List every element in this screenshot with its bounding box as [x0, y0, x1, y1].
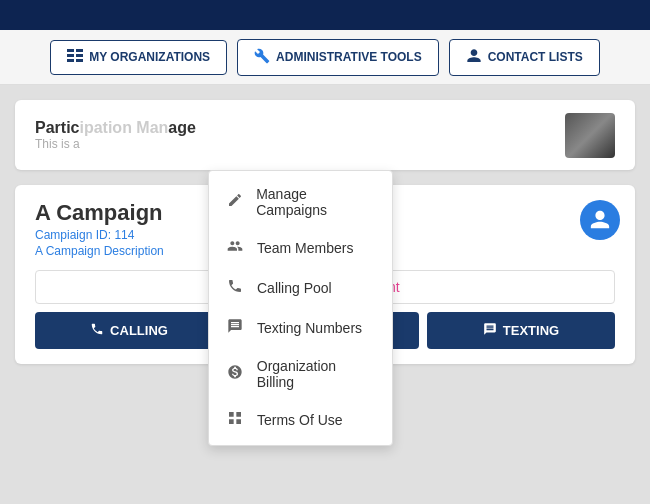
chat-menu-icon	[225, 318, 245, 338]
campaign-id-value: 114	[114, 228, 134, 242]
svg-rect-1	[67, 54, 74, 57]
top-card-title: Participation Manage	[35, 119, 196, 137]
administrative-tools-label: ADMINISTRATIVE TOOLS	[276, 50, 422, 64]
calling-pool-item[interactable]: Calling Pool	[209, 268, 392, 308]
campaign-id-label: Campiaign ID:	[35, 228, 111, 242]
contact-lists-button[interactable]: CONTACT LISTS	[449, 39, 600, 76]
phone-icon	[90, 322, 104, 339]
my-organizations-button[interactable]: MY ORGANIZATIONS	[50, 40, 227, 75]
wrench-icon	[254, 48, 270, 67]
calling-label: CALLING	[110, 323, 168, 338]
nav-bar: MY ORGANIZATIONS ADMINISTRATIVE TOOLS CO…	[0, 30, 650, 85]
top-bar	[0, 0, 650, 30]
svg-rect-4	[76, 54, 83, 57]
contact-icon	[466, 48, 482, 67]
top-campaign-card: Participation Manage This is a	[15, 100, 635, 170]
grid-icon	[225, 410, 245, 430]
top-card-image	[565, 113, 615, 158]
calling-pool-label: Calling Pool	[257, 280, 332, 296]
manage-campaigns-item[interactable]: Manage Campaigns	[209, 176, 392, 228]
organization-billing-item[interactable]: Organization Billing	[209, 348, 392, 400]
contact-lists-label: CONTACT LISTS	[488, 50, 583, 64]
dollar-icon	[225, 364, 245, 384]
svg-rect-2	[67, 59, 74, 62]
team-members-item[interactable]: Team Members	[209, 228, 392, 268]
texting-numbers-item[interactable]: Texting Numbers	[209, 308, 392, 348]
terms-of-use-label: Terms Of Use	[257, 412, 343, 428]
organizations-icon	[67, 49, 83, 66]
chat-icon	[483, 322, 497, 339]
my-organizations-label: MY ORGANIZATIONS	[89, 50, 210, 64]
phone-menu-icon	[225, 278, 245, 298]
terms-of-use-item[interactable]: Terms Of Use	[209, 400, 392, 440]
svg-rect-0	[67, 49, 74, 52]
calling-button[interactable]: CALLING	[35, 312, 223, 349]
pencil-icon	[225, 192, 244, 212]
manage-campaigns-label: Manage Campaigns	[256, 186, 376, 218]
top-card-subtitle: This is a	[35, 137, 196, 151]
svg-rect-5	[76, 59, 83, 62]
people-icon	[225, 238, 245, 258]
texting-numbers-label: Texting Numbers	[257, 320, 362, 336]
admin-tools-dropdown: Manage Campaigns Team Members Calling Po…	[208, 170, 393, 446]
main-content: Participation Manage This is a A Campaig…	[0, 85, 650, 504]
top-card-text: Participation Manage This is a	[35, 119, 196, 151]
organization-billing-label: Organization Billing	[257, 358, 376, 390]
team-members-label: Team Members	[257, 240, 353, 256]
svg-rect-3	[76, 49, 83, 52]
texting-label: TEXTING	[503, 323, 559, 338]
texting-button[interactable]: TEXTING	[427, 312, 615, 349]
administrative-tools-button[interactable]: ADMINISTRATIVE TOOLS	[237, 39, 439, 76]
campaign-avatar	[580, 200, 620, 240]
